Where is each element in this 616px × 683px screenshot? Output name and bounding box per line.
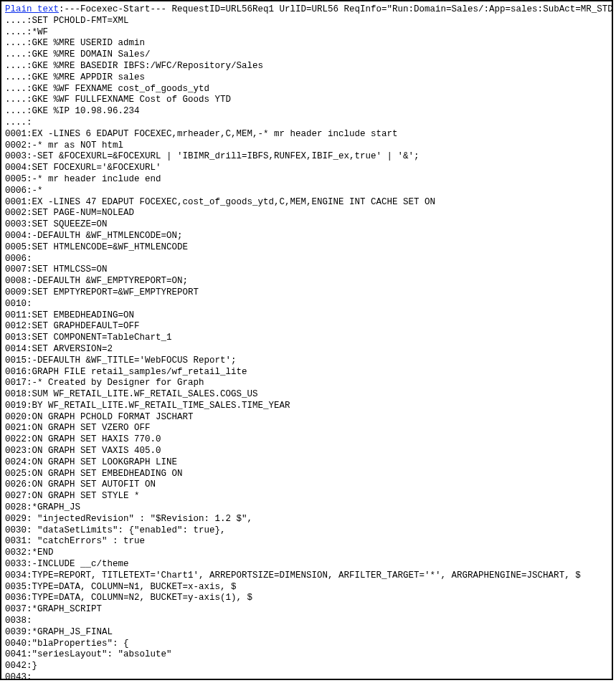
log-line: 0012:SET GRAPHDEFAULT=OFF (5, 321, 608, 333)
log-line: ....:GKE %MRE APPDIR sales (5, 72, 608, 84)
log-line: 0020:ON GRAPH PCHOLD FORMAT JSCHART (5, 412, 608, 424)
log-line: 0029: "injectedRevision" : "$Revision: 1… (5, 514, 608, 525)
log-line: 0034:TYPE=REPORT, TITLETEXT='Chart1', AR… (5, 570, 608, 582)
log-line: 0041:"seriesLayout": "absolute" (5, 649, 608, 661)
plain-text-link[interactable]: Plain text (5, 4, 59, 14)
log-line: ....:GKE %MRE DOMAIN Sales/ (5, 49, 608, 61)
log-line: 0028:*GRAPH_JS (5, 502, 608, 514)
log-line: 0023:ON GRAPH SET VAXIS 405.0 (5, 446, 608, 457)
log-line: 0001:EX -LINES 6 EDAPUT FOCEXEC,mrheader… (5, 129, 608, 140)
log-line: 0013:SET COMPONENT=TableChart_1 (5, 333, 608, 344)
log-line: ....:GKE %WF FULLFEXNAME Cost of Goods Y… (5, 95, 608, 106)
log-line: 0030: "dataSetLimits": {"enabled": true}… (5, 525, 608, 537)
log-line: 0037:*GRAPH_SCRIPT (5, 604, 608, 616)
log-line: ....:GKE %IP 10.98.96.234 (5, 106, 608, 118)
log-line: 0025:ON GRAPH SET EMBEDHEADING ON (5, 469, 608, 480)
log-line: 0017:-* Created by Designer for Graph (5, 378, 608, 389)
log-line: 0043: (5, 672, 608, 680)
log-line: 0022:ON GRAPH SET HAXIS 770.0 (5, 434, 608, 446)
log-line: 0004:SET FOCEXURL='&FOCEXURL' (5, 163, 608, 174)
header-text: :---Focexec-Start--- RequestID=URL56Req1… (59, 4, 613, 14)
log-line: 0039:*GRAPH_JS_FINAL (5, 627, 608, 639)
trace-log-content: Plain text:---Focexec-Start--- RequestID… (1, 1, 612, 680)
log-line: ....:GKE %MRE USERID admin (5, 38, 608, 49)
log-line: 0015:-DEFAULTH &WF_TITLE='WebFOCUS Repor… (5, 355, 608, 367)
log-line: 0042:} (5, 661, 608, 672)
log-line: 0019:BY WF_RETAIL_LITE.WF_RETAIL_TIME_SA… (5, 401, 608, 412)
log-line: 0006: (5, 254, 608, 265)
log-line: 0003:-SET &FOCEXURL=&FOCEXURL | 'IBIMR_d… (5, 151, 608, 163)
log-line: 0027:ON GRAPH SET STYLE * (5, 491, 608, 502)
log-line: ....:SET PCHOLD-FMT=XML (5, 16, 608, 27)
log-line: 0001:EX -LINES 47 EDAPUT FOCEXEC,cost_of… (5, 197, 608, 209)
log-line: ....:GKE %WF FEXNAME cost_of_goods_ytd (5, 84, 608, 95)
log-line: 0003:SET SQUEEZE=ON (5, 219, 608, 231)
log-line: 0026:ON GRAPH SET AUTOFIT ON (5, 479, 608, 491)
log-line: 0040:"blaProperties": { (5, 639, 608, 650)
log-line: 0016:GRAPH FILE retail_samples/wf_retail… (5, 367, 608, 378)
log-line: 0033:-INCLUDE __c/theme (5, 559, 608, 570)
log-line: 0014:SET ARVERSION=2 (5, 344, 608, 355)
log-line: 0024:ON GRAPH SET LOOKGRAPH LINE (5, 457, 608, 469)
log-line: 0010: (5, 299, 608, 310)
log-line: 0005:SET HTMLENCODE=&WF_HTMLENCODE (5, 242, 608, 254)
log-line: 0005:-* mr header include end (5, 174, 608, 186)
log-line: 0008:-DEFAULTH &WF_EMPTYREPORT=ON; (5, 276, 608, 287)
log-line: 0021:ON GRAPH SET VZERO OFF (5, 423, 608, 434)
log-line: 0032:*END (5, 548, 608, 559)
log-line: ....: (5, 118, 608, 129)
log-line: 0036:TYPE=DATA, COLUMN=N2, BUCKET=y-axis… (5, 593, 608, 604)
log-line: 0006:-* (5, 186, 608, 197)
log-line: 0002:SET PAGE-NUM=NOLEAD (5, 208, 608, 219)
header-line: Plain text:---Focexec-Start--- RequestID… (5, 4, 608, 16)
log-line: 0031: "catchErrors" : true (5, 536, 608, 548)
log-line: 0009:SET EMPTYREPORT=&WF_EMPTYREPORT (5, 287, 608, 299)
log-line: 0007:SET HTMLCSS=ON (5, 264, 608, 276)
log-line: ....:*WF (5, 27, 608, 39)
log-line: 0011:SET EMBEDHEADING=ON (5, 310, 608, 322)
log-line: ....:GKE %MRE BASEDIR IBFS:/WFC/Reposito… (5, 61, 608, 72)
log-line: 0035:TYPE=DATA, COLUMN=N1, BUCKET=x-axis… (5, 582, 608, 593)
log-line: 0018:SUM WF_RETAIL_LITE.WF_RETAIL_SALES.… (5, 389, 608, 401)
log-line: 0038: (5, 616, 608, 627)
log-line: 0004:-DEFAULTH &WF_HTMLENCODE=ON; (5, 231, 608, 242)
log-line: 0002:-* mr as NOT html (5, 140, 608, 152)
trace-log-frame: Plain text:---Focexec-Start--- RequestID… (0, 0, 613, 680)
